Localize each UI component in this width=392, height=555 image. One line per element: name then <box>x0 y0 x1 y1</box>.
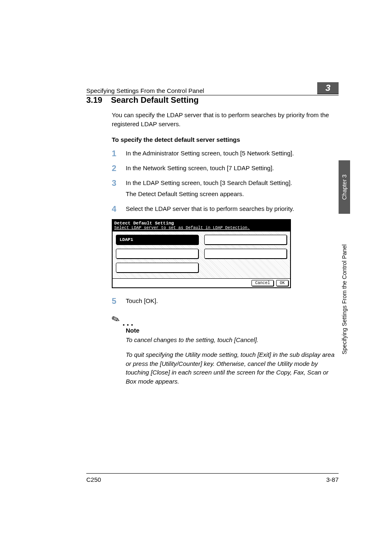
step-number: 4 <box>112 204 126 213</box>
step-number: 2 <box>112 164 126 173</box>
step-text: Select the LDAP server that is to perfor… <box>126 204 339 213</box>
pen-icon: ✎ <box>110 312 122 326</box>
ldap-slot-1[interactable]: LDAP1 <box>116 235 198 245</box>
step-text: Touch [OK]. <box>126 296 339 305</box>
note-icon-row: ✎ ... <box>112 314 339 325</box>
section-heading: 3.19Search Default Setting <box>86 95 339 105</box>
step-text: In the Administrator Setting screen, tou… <box>126 149 339 158</box>
chapter-number-box: 3 <box>317 82 339 94</box>
procedure-heading: To specify the detect default server set… <box>112 136 339 143</box>
step-text: In the Network Setting screen, touch [7 … <box>126 164 339 173</box>
page-footer: C250 3-87 <box>86 473 339 483</box>
step-1: 1 In the Administrator Setting screen, t… <box>112 149 339 158</box>
step-3: 3 In the LDAP Setting screen, touch [3 S… <box>112 178 339 199</box>
note-paragraph-2: To quit specifying the Utility mode sett… <box>126 350 339 386</box>
ldap-slot-2[interactable] <box>204 235 287 245</box>
step-subtext: The Detect Default Setting screen appear… <box>126 190 339 199</box>
section-number: 3.19 <box>86 95 111 105</box>
footer-model: C250 <box>86 476 101 483</box>
running-header: Specifying Settings From the Control Pan… <box>86 82 339 95</box>
footer-page-number: 3-87 <box>326 476 339 483</box>
ldap-slot-5[interactable] <box>116 263 198 273</box>
ellipsis-icon: ... <box>122 320 135 325</box>
step-number: 5 <box>112 296 126 305</box>
screenshot-cancel-button[interactable]: Cancel <box>251 280 274 286</box>
side-tab-chapter: Chapter 3 <box>339 160 350 214</box>
step-2: 2 In the Network Setting screen, touch [… <box>112 164 339 173</box>
embedded-screenshot: Detect Default Setting Select LDAP serve… <box>112 219 291 288</box>
step-4: 4 Select the LDAP server that is to perf… <box>112 204 339 213</box>
note-label: Note <box>126 327 339 334</box>
step-text: In the LDAP Setting screen, touch [3 Sea… <box>126 178 339 187</box>
side-tab-title: Specifying Settings From the Control Pan… <box>339 217 350 382</box>
step-5: 5 Touch [OK]. <box>112 296 339 305</box>
section-title: Search Default Setting <box>111 95 198 104</box>
note-paragraph-1: To cancel changes to the setting, touch … <box>126 335 339 345</box>
ldap-slot-3[interactable] <box>116 249 198 259</box>
ldap-slot-4[interactable] <box>204 249 287 259</box>
screenshot-title: Detect Default Setting <box>113 220 290 226</box>
section-intro: You can specify the LDAP server that is … <box>112 111 339 129</box>
step-number: 1 <box>112 149 126 158</box>
screenshot-ok-button[interactable]: OK <box>276 280 288 286</box>
step-number: 3 <box>112 178 126 199</box>
screenshot-subtitle: Select LDAP server to set as Default in … <box>113 226 290 231</box>
running-header-text: Specifying Settings From the Control Pan… <box>86 87 317 94</box>
